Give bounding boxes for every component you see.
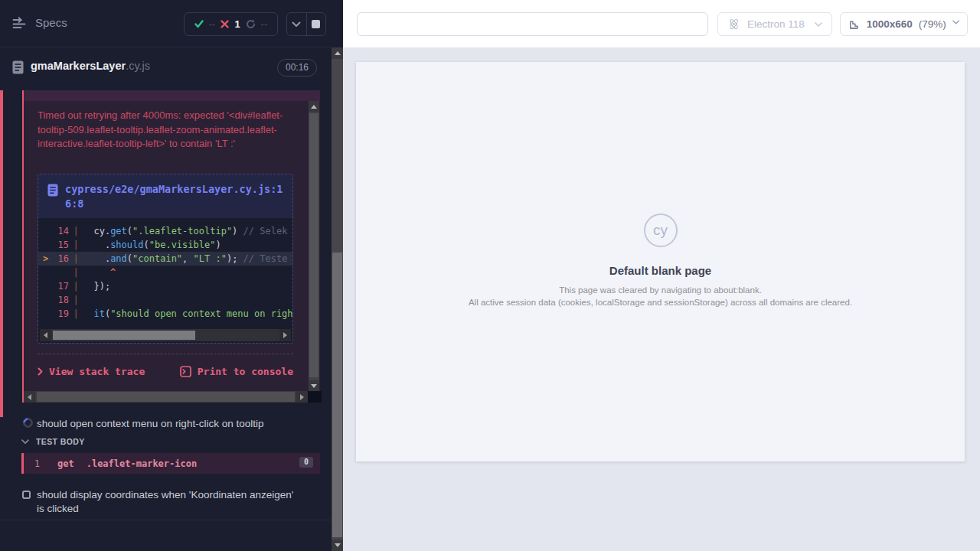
spec-row[interactable]: gmaMarkersLayer.cy.js 00:16 xyxy=(0,48,332,86)
aut-iframe: cy Default blank page This page was clea… xyxy=(356,62,965,461)
cypress-logo: cy xyxy=(644,214,678,247)
print-to-console-button[interactable]: Print to console xyxy=(180,366,293,377)
attempt-body: Timed out retrying after 4000ms: expecte… xyxy=(24,101,320,391)
view-stack-trace-button[interactable]: View stack trace xyxy=(38,366,145,377)
code-line: 19| it("should open context menu on righ xyxy=(38,307,292,321)
blank-page-line2: All active session data (cookies, localS… xyxy=(469,296,852,308)
blank-page-content: cy Default blank page This page was clea… xyxy=(356,214,965,308)
run-stats: -- 1 -- xyxy=(184,12,278,36)
chevron-down-icon xyxy=(21,439,29,445)
browser-bar: Electron 118 1000x660 (79%) xyxy=(343,0,980,48)
running-spinner-icon xyxy=(21,416,34,429)
cypress-runner: Specs -- 1 -- xyxy=(0,0,980,551)
error-message: Timed out retrying after 4000ms: expecte… xyxy=(38,109,293,152)
test-item-running[interactable]: should open context menu on right-click … xyxy=(0,413,332,435)
collapse-button[interactable] xyxy=(287,13,306,35)
code-lines: 14| cy.get(".leaflet-tooltip") // Selek1… xyxy=(38,218,292,321)
test-title: should open context menu on right-click … xyxy=(37,417,305,431)
code-editor: 14| cy.get(".leaflet-tooltip") // Selek1… xyxy=(38,218,292,343)
cypress-logo-text: cy xyxy=(653,222,668,239)
scrollbar-corner xyxy=(308,391,322,403)
browser-selector[interactable]: Electron 118 xyxy=(717,12,832,36)
specs-label: Specs xyxy=(35,16,67,29)
scroll-down-arrow[interactable] xyxy=(309,380,319,391)
stop-icon xyxy=(312,20,320,28)
code-line: 18| xyxy=(38,293,292,307)
command-log-row[interactable]: 1 get .leaflet-marker-icon 0 xyxy=(21,453,320,474)
scroll-left-arrow[interactable] xyxy=(40,329,51,341)
chevron-down-icon xyxy=(952,20,959,24)
scroll-up-arrow[interactable] xyxy=(309,101,319,112)
test-title: should display coordinates when 'Koordin… xyxy=(37,488,294,516)
reporter-scrollbar[interactable] xyxy=(332,47,343,551)
spec-duration-badge: 00:16 xyxy=(277,59,317,77)
spec-name: gmaMarkersLayer.cy.js xyxy=(31,60,150,72)
attempt-footer: View stack trace Print to console xyxy=(38,360,293,383)
failed-test-indicator xyxy=(0,90,3,417)
browser-name: Electron 118 xyxy=(747,18,805,30)
test-body-label: TEST BODY xyxy=(36,437,85,446)
scroll-right-arrow[interactable] xyxy=(296,391,308,403)
command-number: 1 xyxy=(24,458,51,469)
test-body-section-toggle[interactable]: TEST BODY xyxy=(21,437,85,446)
reporter-panel: Specs -- 1 -- xyxy=(0,0,343,551)
code-line: 15| .should("be.visible") xyxy=(38,238,292,252)
pending-test-icon xyxy=(22,491,31,499)
failed-count: 1 xyxy=(234,18,240,30)
failed-icon xyxy=(220,20,229,28)
code-line: >16| .and("contain", "LT :"); // Teste xyxy=(38,252,292,266)
scroll-up-arrow[interactable] xyxy=(332,47,343,59)
runner-panel: Electron 118 1000x660 (79%) xyxy=(343,0,980,551)
command-target: .leaflet-marker-icon xyxy=(87,458,198,469)
spec-basename: gmaMarkersLayer xyxy=(31,60,126,72)
scroll-right-arrow[interactable] xyxy=(279,329,291,341)
spec-file-icon xyxy=(12,60,24,74)
editor-hscroll-thumb[interactable] xyxy=(53,331,195,340)
error-file-path: cypress/e2e/gmaMarkersLayer.cy.js:16:8 xyxy=(65,182,285,211)
viewport-size: 1000x660 xyxy=(867,18,913,30)
error-attempt-block: Timed out retrying after 4000ms: expecte… xyxy=(22,90,320,403)
pending-icon xyxy=(246,19,256,29)
chevron-right-icon xyxy=(38,367,43,376)
error-horizontal-scrollbar[interactable] xyxy=(24,391,308,403)
specs-list-toggle[interactable]: Specs xyxy=(12,16,67,29)
chevron-down-icon xyxy=(815,22,822,27)
element-count-badge: 0 xyxy=(299,457,313,468)
reporter-scroll-thumb[interactable] xyxy=(332,253,342,537)
specs-list-icon xyxy=(12,17,27,29)
run-controls xyxy=(286,12,326,36)
reporter-header: Specs -- 1 -- xyxy=(0,0,332,47)
spec-extension: .cy.js xyxy=(126,60,150,72)
blank-page-title: Default blank page xyxy=(609,264,711,277)
file-icon xyxy=(47,184,58,197)
console-icon xyxy=(180,366,191,377)
error-vscroll-thumb[interactable] xyxy=(309,113,318,377)
passed-count: -- xyxy=(209,18,216,30)
footer-separator xyxy=(38,354,293,354)
command-method: get xyxy=(57,458,74,469)
error-hscroll-thumb[interactable] xyxy=(37,392,295,402)
url-input[interactable] xyxy=(357,12,708,36)
ruler-icon xyxy=(848,18,861,31)
code-line: 14| cy.get(".leaflet-tooltip") // Selek xyxy=(38,224,292,238)
view-stack-trace-label: View stack trace xyxy=(49,366,145,377)
electron-icon xyxy=(727,18,740,31)
chevron-down-icon xyxy=(292,21,301,28)
scroll-down-arrow[interactable] xyxy=(332,540,343,551)
test-list-divider xyxy=(0,520,332,520)
blank-page-line1: This page was cleared by navigating to a… xyxy=(559,284,762,296)
code-line: | ^ xyxy=(38,266,292,279)
viewport-selector[interactable]: 1000x660 (79%) xyxy=(840,12,968,36)
passed-icon xyxy=(194,20,204,28)
error-file-link[interactable]: cypress/e2e/gmaMarkersLayer.cy.js:16:8 xyxy=(38,174,292,217)
print-to-console-label: Print to console xyxy=(198,366,293,377)
viewport-scale: (79%) xyxy=(919,18,946,30)
stop-button[interactable] xyxy=(306,13,326,35)
scroll-left-arrow[interactable] xyxy=(24,391,35,403)
pending-count: -- xyxy=(261,18,268,30)
code-line: 17| }); xyxy=(38,279,292,293)
code-frame: cypress/e2e/gmaMarkersLayer.cy.js:16:8 1… xyxy=(38,174,293,344)
attempt-header-band xyxy=(24,90,320,101)
editor-horizontal-scrollbar[interactable] xyxy=(40,329,291,341)
error-vertical-scrollbar[interactable] xyxy=(309,101,319,391)
